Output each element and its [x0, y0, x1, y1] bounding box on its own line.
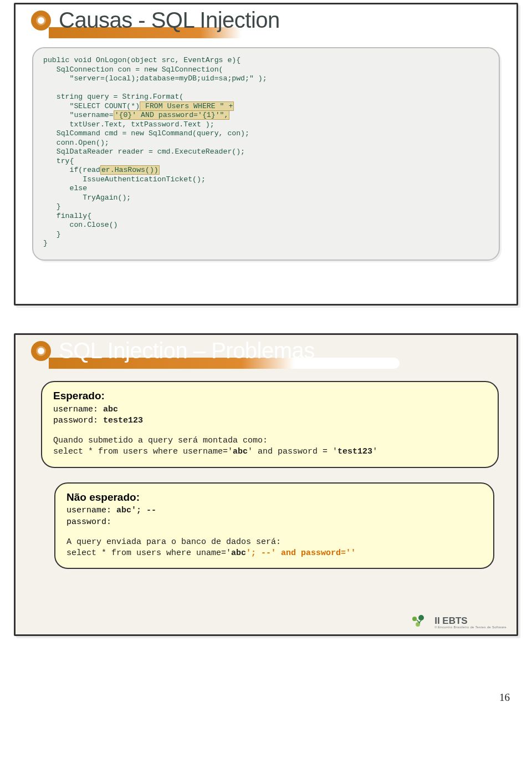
logo-subtitle: II Encontro Brasileiro de Testes de Soft… [434, 625, 507, 629]
highlight-hasrows: er.HasRows()) [100, 165, 160, 175]
code-block: public void OnLogon(object src, EventArg… [32, 47, 500, 261]
conference-logo: II EBTS II Encontro Brasileiro de Testes… [410, 614, 507, 630]
dots-icon [410, 614, 431, 630]
bullet-icon [31, 341, 51, 361]
expected-box: Esperado: username: abc password: teste1… [41, 381, 499, 468]
title-row: SQL Injection – Problemas [16, 335, 516, 369]
title-row: Causas - SQL Injection [16, 4, 516, 38]
expected-heading: Esperado: [53, 389, 487, 403]
unexpected-box: Não esperado: username: abc'; -- passwor… [54, 482, 494, 569]
unexpected-heading: Não esperado: [66, 490, 482, 505]
svg-point-1 [418, 615, 424, 621]
page-number: 16 [0, 691, 532, 709]
expected-note: Quando submetido a query será montada co… [53, 435, 487, 446]
unexpected-password: password: [66, 517, 482, 528]
expected-query: select * from users where username='abc'… [53, 446, 487, 457]
highlight-from-users: FROM Users WHERE " + [140, 101, 234, 111]
svg-line-4 [419, 621, 421, 623]
slide-problems: SQL Injection – Problemas Esperado: user… [14, 333, 518, 636]
unexpected-username: username: abc'; -- [66, 505, 482, 516]
unexpected-note: A query enviada para o banco de dados se… [66, 537, 482, 548]
slide-causes: Causas - SQL Injection public void OnLog… [14, 3, 518, 306]
slide-title: Causas - SQL Injection [59, 8, 280, 33]
svg-point-0 [412, 617, 417, 621]
slide-title: SQL Injection – Problemas [59, 338, 315, 363]
expected-username: username: abc [53, 404, 487, 415]
unexpected-query: select * from users where uname='abc'; -… [66, 548, 482, 559]
expected-password: password: teste123 [53, 415, 487, 426]
logo-text: II EBTS [434, 616, 507, 627]
highlight-credentials: '{0}' AND password='{1}'", [114, 110, 230, 120]
bullet-icon [31, 11, 51, 30]
